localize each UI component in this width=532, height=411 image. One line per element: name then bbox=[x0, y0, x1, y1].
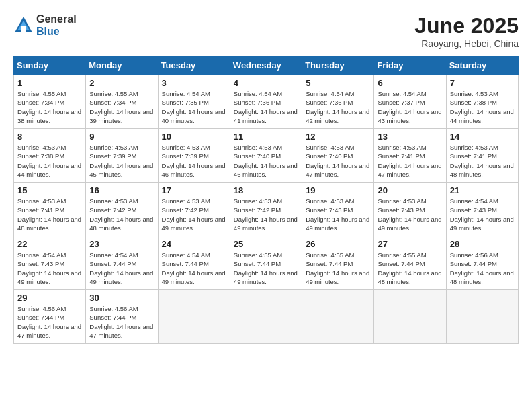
calendar-cell: 21 Sunrise: 4:54 AM Sunset: 7:43 PM Dayl… bbox=[446, 183, 518, 236]
calendar-cell: 20 Sunrise: 4:53 AM Sunset: 7:43 PM Dayl… bbox=[374, 183, 446, 236]
day-info: Sunrise: 4:53 AM Sunset: 7:40 PM Dayligh… bbox=[306, 143, 370, 179]
day-info: Sunrise: 4:55 AM Sunset: 7:34 PM Dayligh… bbox=[17, 89, 82, 125]
day-number: 26 bbox=[306, 239, 370, 249]
sunset-label: Sunset: 7:41 PM bbox=[17, 206, 64, 214]
daylight-label: Daylight: 14 hours and 48 minutes. bbox=[450, 162, 514, 178]
sunset-label: Sunset: 7:39 PM bbox=[162, 152, 209, 160]
calendar-cell bbox=[158, 290, 230, 344]
sunset-label: Sunset: 7:38 PM bbox=[17, 152, 64, 160]
weekday-header-monday: Monday bbox=[86, 56, 158, 75]
sunrise-label: Sunrise: 4:56 AM bbox=[17, 305, 66, 312]
weekday-header-saturday: Saturday bbox=[446, 56, 518, 75]
sunrise-label: Sunrise: 4:54 AM bbox=[162, 251, 210, 259]
sunset-label: Sunset: 7:39 PM bbox=[89, 152, 136, 160]
weekday-header-wednesday: Wednesday bbox=[230, 56, 302, 75]
sunset-label: Sunset: 7:40 PM bbox=[234, 152, 281, 160]
calendar-cell: 1 Sunrise: 4:55 AM Sunset: 7:34 PM Dayli… bbox=[14, 75, 86, 129]
day-number: 1 bbox=[17, 78, 82, 88]
day-number: 5 bbox=[306, 78, 370, 88]
day-info: Sunrise: 4:53 AM Sunset: 7:43 PM Dayligh… bbox=[378, 197, 442, 232]
sunrise-label: Sunrise: 4:55 AM bbox=[89, 90, 138, 97]
sunset-label: Sunset: 7:43 PM bbox=[306, 206, 353, 214]
day-number: 17 bbox=[162, 185, 226, 195]
day-info: Sunrise: 4:54 AM Sunset: 7:43 PM Dayligh… bbox=[17, 250, 82, 286]
sunrise-label: Sunrise: 4:53 AM bbox=[378, 144, 426, 151]
logo: General Blue bbox=[13, 13, 77, 38]
calendar-cell: 13 Sunrise: 4:53 AM Sunset: 7:41 PM Dayl… bbox=[374, 129, 446, 183]
daylight-label: Daylight: 14 hours and 49 minutes. bbox=[234, 269, 298, 285]
sunrise-label: Sunrise: 4:54 AM bbox=[378, 90, 426, 97]
day-info: Sunrise: 4:54 AM Sunset: 7:37 PM Dayligh… bbox=[378, 89, 442, 125]
calendar-cell: 12 Sunrise: 4:53 AM Sunset: 7:40 PM Dayl… bbox=[302, 129, 374, 183]
sunrise-label: Sunrise: 4:53 AM bbox=[89, 144, 138, 151]
calendar-cell: 4 Sunrise: 4:54 AM Sunset: 7:36 PM Dayli… bbox=[230, 75, 302, 129]
sunrise-label: Sunrise: 4:54 AM bbox=[17, 251, 66, 259]
day-info: Sunrise: 4:54 AM Sunset: 7:43 PM Dayligh… bbox=[450, 197, 515, 232]
calendar-week-row: 8 Sunrise: 4:53 AM Sunset: 7:38 PM Dayli… bbox=[14, 129, 519, 183]
day-number: 13 bbox=[378, 132, 442, 142]
sunrise-label: Sunrise: 4:53 AM bbox=[378, 197, 426, 205]
day-info: Sunrise: 4:56 AM Sunset: 7:44 PM Dayligh… bbox=[89, 304, 154, 340]
logo-blue-text: Blue bbox=[36, 26, 77, 38]
sunrise-label: Sunrise: 4:53 AM bbox=[89, 197, 138, 205]
sunset-label: Sunset: 7:42 PM bbox=[89, 206, 136, 214]
day-info: Sunrise: 4:53 AM Sunset: 7:41 PM Dayligh… bbox=[450, 143, 515, 179]
sunset-label: Sunset: 7:42 PM bbox=[162, 206, 209, 214]
day-info: Sunrise: 4:53 AM Sunset: 7:38 PM Dayligh… bbox=[17, 143, 82, 179]
sunrise-label: Sunrise: 4:54 AM bbox=[450, 197, 498, 205]
day-number: 24 bbox=[162, 239, 226, 249]
sunset-label: Sunset: 7:42 PM bbox=[234, 206, 281, 214]
day-info: Sunrise: 4:54 AM Sunset: 7:44 PM Dayligh… bbox=[162, 250, 226, 286]
calendar-week-row: 1 Sunrise: 4:55 AM Sunset: 7:34 PM Dayli… bbox=[14, 75, 519, 129]
day-number: 12 bbox=[306, 132, 370, 142]
calendar-cell bbox=[374, 290, 446, 344]
sunset-label: Sunset: 7:43 PM bbox=[450, 206, 497, 214]
day-number: 11 bbox=[234, 132, 298, 142]
calendar-week-row: 22 Sunrise: 4:54 AM Sunset: 7:43 PM Dayl… bbox=[14, 236, 519, 290]
day-info: Sunrise: 4:55 AM Sunset: 7:34 PM Dayligh… bbox=[89, 89, 154, 125]
day-info: Sunrise: 4:54 AM Sunset: 7:36 PM Dayligh… bbox=[234, 89, 298, 125]
day-number: 14 bbox=[450, 132, 515, 142]
calendar-cell: 2 Sunrise: 4:55 AM Sunset: 7:34 PM Dayli… bbox=[86, 75, 158, 129]
daylight-label: Daylight: 14 hours and 38 minutes. bbox=[17, 108, 81, 124]
calendar-header-row: SundayMondayTuesdayWednesdayThursdayFrid… bbox=[14, 56, 519, 75]
sunset-label: Sunset: 7:34 PM bbox=[17, 99, 64, 106]
sunrise-label: Sunrise: 4:53 AM bbox=[306, 144, 354, 151]
month-title: June 2025 bbox=[414, 13, 519, 38]
sunrise-label: Sunrise: 4:55 AM bbox=[234, 251, 282, 259]
day-info: Sunrise: 4:53 AM Sunset: 7:42 PM Dayligh… bbox=[89, 197, 154, 232]
calendar-cell: 26 Sunrise: 4:55 AM Sunset: 7:44 PM Dayl… bbox=[302, 236, 374, 290]
day-info: Sunrise: 4:55 AM Sunset: 7:44 PM Dayligh… bbox=[306, 250, 370, 286]
day-number: 19 bbox=[306, 185, 370, 195]
calendar-cell: 7 Sunrise: 4:53 AM Sunset: 7:38 PM Dayli… bbox=[446, 75, 518, 129]
sunrise-label: Sunrise: 4:54 AM bbox=[162, 90, 210, 97]
daylight-label: Daylight: 14 hours and 42 minutes. bbox=[306, 108, 369, 124]
sunset-label: Sunset: 7:43 PM bbox=[17, 260, 64, 267]
daylight-label: Daylight: 14 hours and 49 minutes. bbox=[306, 216, 369, 232]
day-number: 22 bbox=[17, 239, 82, 249]
day-number: 7 bbox=[450, 78, 515, 88]
day-number: 15 bbox=[17, 185, 82, 195]
calendar-week-row: 15 Sunrise: 4:53 AM Sunset: 7:41 PM Dayl… bbox=[14, 183, 519, 236]
sunrise-label: Sunrise: 4:53 AM bbox=[306, 197, 354, 205]
day-info: Sunrise: 4:54 AM Sunset: 7:44 PM Dayligh… bbox=[89, 250, 154, 286]
sunrise-label: Sunrise: 4:53 AM bbox=[234, 197, 282, 205]
day-info: Sunrise: 4:55 AM Sunset: 7:44 PM Dayligh… bbox=[234, 250, 298, 286]
calendar-cell: 6 Sunrise: 4:54 AM Sunset: 7:37 PM Dayli… bbox=[374, 75, 446, 129]
daylight-label: Daylight: 14 hours and 48 minutes. bbox=[450, 269, 514, 285]
day-info: Sunrise: 4:53 AM Sunset: 7:41 PM Dayligh… bbox=[17, 197, 82, 232]
sunrise-label: Sunrise: 4:53 AM bbox=[450, 144, 498, 151]
sunrise-label: Sunrise: 4:54 AM bbox=[89, 251, 138, 259]
day-number: 25 bbox=[234, 239, 298, 249]
daylight-label: Daylight: 14 hours and 47 minutes. bbox=[378, 162, 441, 178]
day-number: 29 bbox=[17, 293, 82, 303]
logo-icon bbox=[13, 15, 34, 36]
daylight-label: Daylight: 14 hours and 49 minutes. bbox=[17, 269, 81, 285]
sunset-label: Sunset: 7:44 PM bbox=[306, 260, 353, 267]
calendar-cell: 24 Sunrise: 4:54 AM Sunset: 7:44 PM Dayl… bbox=[158, 236, 230, 290]
daylight-label: Daylight: 14 hours and 49 minutes. bbox=[450, 216, 514, 232]
sunset-label: Sunset: 7:35 PM bbox=[162, 99, 209, 106]
sunset-label: Sunset: 7:41 PM bbox=[378, 152, 425, 160]
sunrise-label: Sunrise: 4:53 AM bbox=[162, 144, 210, 151]
daylight-label: Daylight: 14 hours and 47 minutes. bbox=[306, 162, 369, 178]
